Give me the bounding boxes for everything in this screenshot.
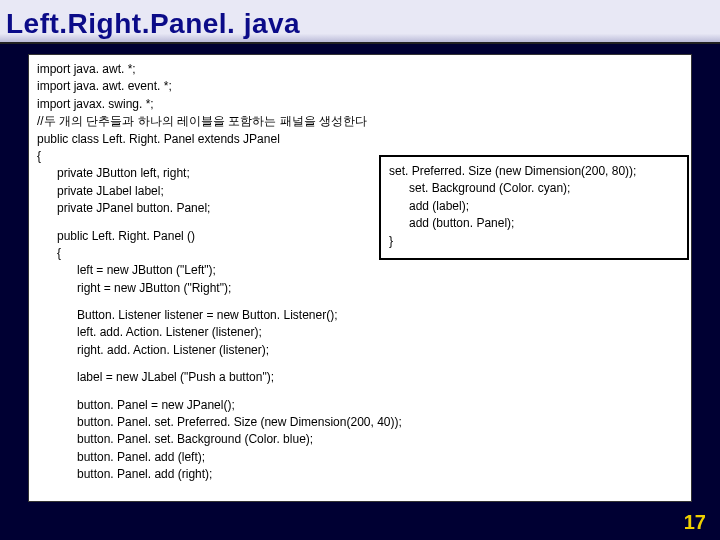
main-code-box: import java. awt. *; import java. awt. e… (28, 54, 692, 502)
code-line: add (label); (389, 198, 679, 215)
code-line: button. Panel. add (left); (37, 449, 683, 466)
code-line: add (button. Panel); (389, 215, 679, 232)
code-line: right = new JButton ("Right"); (37, 280, 683, 297)
code-line: set. Preferred. Size (new Dimension(200,… (389, 163, 679, 180)
code-line: import java. awt. *; (37, 61, 683, 78)
code-line: set. Background (Color. cyan); (389, 180, 679, 197)
overlay-code-box: set. Preferred. Size (new Dimension(200,… (379, 155, 689, 260)
code-line: left. add. Action. Listener (listener); (37, 324, 683, 341)
page-title: Left.Right.Panel. java (0, 0, 720, 44)
slide-body: import java. awt. *; import java. awt. e… (0, 44, 720, 502)
code-line: button. Panel. set. Background (Color. b… (37, 431, 683, 448)
code-line: //두 개의 단추들과 하나의 레이블을 포함하는 패널을 생성한다 (37, 113, 683, 130)
code-line: button. Panel. add (right); (37, 466, 683, 483)
code-line: label = new JLabel ("Push a button"); (37, 369, 683, 386)
code-line: button. Panel. set. Preferred. Size (new… (37, 414, 683, 431)
code-line: Button. Listener listener = new Button. … (37, 307, 683, 324)
code-line: import javax. swing. *; (37, 96, 683, 113)
code-line: public class Left. Right. Panel extends … (37, 131, 683, 148)
page-number: 17 (684, 511, 706, 534)
code-line: import java. awt. event. *; (37, 78, 683, 95)
code-line: } (389, 233, 679, 250)
code-line: left = new JButton ("Left"); (37, 262, 683, 279)
code-line: right. add. Action. Listener (listener); (37, 342, 683, 359)
code-line: button. Panel = new JPanel(); (37, 397, 683, 414)
